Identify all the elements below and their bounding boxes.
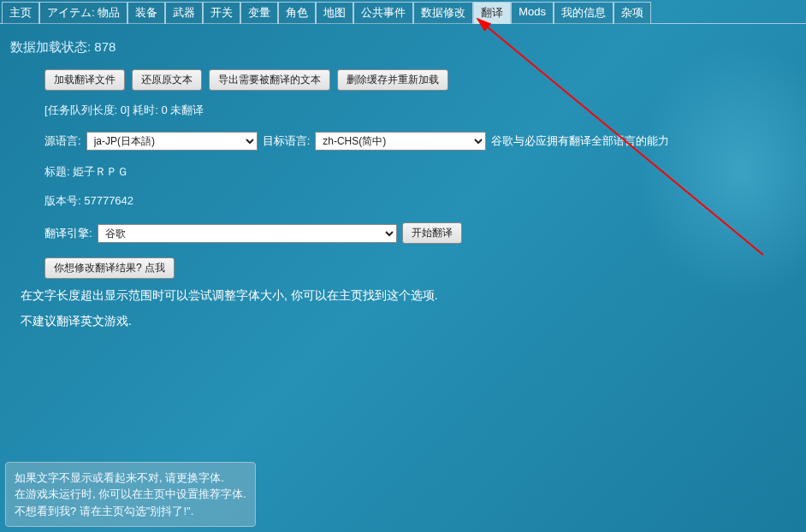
data-load-status: 数据加载状态: 878 [10,39,796,56]
target-language-select[interactable]: zh-CHS(简中) [315,132,486,151]
hint-line-2: 在游戏未运行时, 你可以在主页中设置推荐字体. [15,486,246,503]
translation-engine-select[interactable]: 谷歌 [98,224,397,243]
export-untranslated-button[interactable]: 导出需要被翻译的文本 [209,69,330,91]
translate-panel: 数据加载状态: 878 加载翻译文件 还原原文本 导出需要被翻译的文本 删除缓存… [0,23,806,353]
game-title: 标题: 姫子ＲＰＧ [44,164,796,180]
tab-common-events[interactable]: 公共事件 [353,2,413,24]
clear-cache-reload-button[interactable]: 删除缓存并重新加载 [337,69,448,91]
tab-weapons[interactable]: 武器 [165,2,203,24]
tab-home[interactable]: 主页 [2,2,39,24]
hint-line-3: 不想看到我? 请在主页勾选"别抖了!". [15,503,246,520]
version-number: 版本号: 57777642 [44,193,796,209]
revert-original-button[interactable]: 还原原文本 [132,69,202,91]
tab-maps[interactable]: 地图 [316,2,353,24]
english-warning-note: 不建议翻译英文游戏. [21,311,785,330]
tab-mods[interactable]: Mods [511,2,554,24]
capability-note: 谷歌与必应拥有翻译全部语言的能力 [491,133,669,149]
queue-status: [任务队列长度: 0] 耗时: 0 未翻译 [44,103,796,118]
tab-my-info[interactable]: 我的信息 [554,2,613,24]
hint-line-1: 如果文字不显示或看起来不对, 请更换字体. [15,470,246,487]
tab-variables[interactable]: 变量 [240,2,278,24]
bottom-hint-box: 如果文字不显示或看起来不对, 请更换字体. 在游戏未运行时, 你可以在主页中设置… [5,462,256,528]
tab-data-edit[interactable]: 数据修改 [413,2,473,24]
tab-equipment[interactable]: 装备 [127,2,165,24]
source-language-label: 源语言: [44,133,81,149]
target-language-label: 目标语言: [263,133,311,149]
start-translate-button[interactable]: 开始翻译 [402,222,462,244]
load-translation-file-button[interactable]: 加载翻译文件 [44,69,125,91]
tab-actors[interactable]: 角色 [278,2,316,24]
tab-switches[interactable]: 开关 [203,2,240,24]
font-size-note: 在文字长度超出显示范围时可以尝试调整字体大小, 你可以在主页找到这个选项. [21,286,785,304]
source-language-select[interactable]: ja-JP(日本語) [86,132,258,151]
tab-translate[interactable]: 翻译 [473,2,511,24]
engine-label: 翻译引擎: [44,226,92,241]
modify-results-button[interactable]: 你想修改翻译结果? 点我 [44,257,175,279]
tab-items[interactable]: アイテム: 物品 [39,2,127,24]
tab-bar: 主页 アイテム: 物品 装备 武器 开关 变量 角色 地图 公共事件 数据修改 … [0,0,806,24]
tab-misc[interactable]: 杂项 [613,2,651,24]
